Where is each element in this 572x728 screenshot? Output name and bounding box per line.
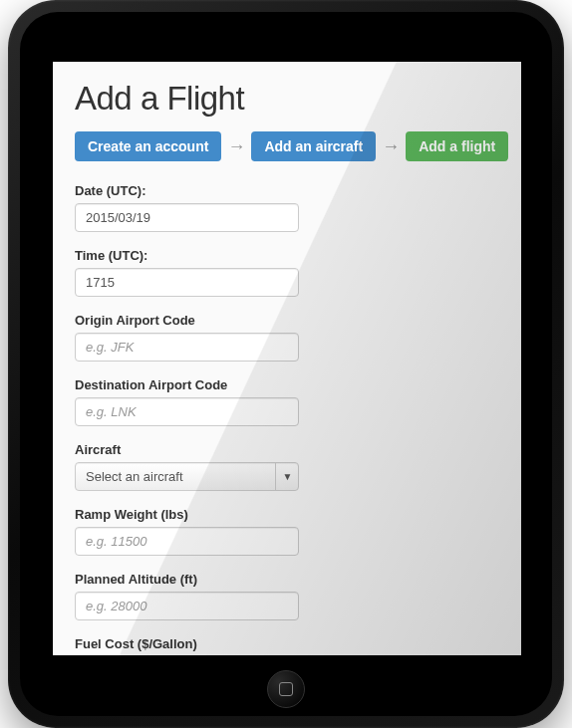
- field-group-ramp-weight: Ramp Weight (lbs): [75, 507, 499, 556]
- field-group-time: Time (UTC):: [75, 248, 499, 297]
- field-group-date: Date (UTC):: [75, 183, 499, 232]
- page-title: Add a Flight: [75, 80, 499, 118]
- ramp-weight-input[interactable]: [75, 527, 299, 556]
- field-group-fuel-cost: Fuel Cost ($/Gallon): [75, 636, 499, 655]
- altitude-label: Planned Altitude (ft): [75, 572, 499, 587]
- content-area: Add a Flight Create an account → Add an …: [53, 62, 521, 655]
- step-create-account[interactable]: Create an account: [75, 131, 221, 161]
- home-button-icon: [279, 682, 293, 696]
- screen: Add a Flight Create an account → Add an …: [53, 62, 521, 655]
- altitude-input[interactable]: [75, 592, 299, 620]
- ramp-weight-label: Ramp Weight (lbs): [75, 507, 499, 522]
- field-group-aircraft: Aircraft Select an aircraft ▼: [75, 442, 499, 491]
- date-label: Date (UTC):: [75, 183, 499, 198]
- step-add-aircraft[interactable]: Add an aircraft: [251, 131, 376, 161]
- aircraft-select-wrap[interactable]: Select an aircraft ▼: [75, 462, 299, 491]
- field-group-altitude: Planned Altitude (ft): [75, 572, 499, 620]
- aircraft-select[interactable]: Select an aircraft: [75, 462, 299, 491]
- arrow-icon: →: [227, 136, 245, 157]
- field-group-origin: Origin Airport Code: [75, 313, 499, 362]
- destination-input[interactable]: [75, 397, 299, 426]
- home-button[interactable]: [267, 670, 305, 708]
- date-input[interactable]: [75, 203, 299, 232]
- tablet-frame: Add a Flight Create an account → Add an …: [8, 0, 564, 728]
- time-input[interactable]: [75, 268, 299, 297]
- origin-input[interactable]: [75, 333, 299, 362]
- fuel-cost-label: Fuel Cost ($/Gallon): [75, 636, 499, 651]
- destination-label: Destination Airport Code: [75, 377, 499, 392]
- time-label: Time (UTC):: [75, 248, 499, 263]
- origin-label: Origin Airport Code: [75, 313, 499, 328]
- step-add-flight[interactable]: Add a flight: [406, 131, 508, 161]
- aircraft-label: Aircraft: [75, 442, 499, 457]
- breadcrumb: Create an account → Add an aircraft → Ad…: [75, 131, 499, 161]
- arrow-icon: →: [382, 136, 400, 157]
- field-group-destination: Destination Airport Code: [75, 377, 499, 426]
